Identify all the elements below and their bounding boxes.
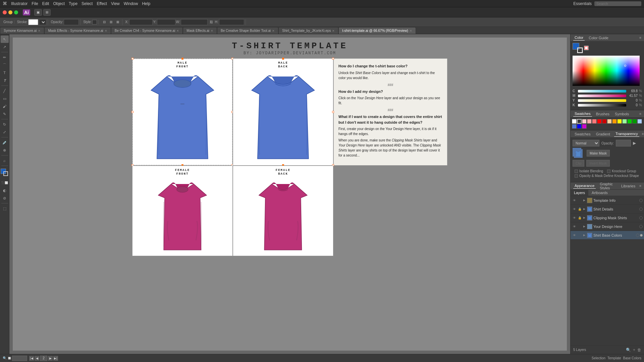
swatch-6[interactable] — [607, 119, 612, 124]
swatch-2[interactable] — [587, 119, 592, 124]
invert-mask-btn[interactable]: Invert Mask — [586, 160, 610, 167]
gradient-btn[interactable]: ◐ — [1, 187, 9, 194]
tab-0[interactable]: Symone Kinnamore.ai ✕ — [0, 27, 44, 34]
opacity-expand[interactable]: ▶ — [633, 141, 636, 145]
direct-select-tool[interactable]: ↗ — [1, 43, 9, 51]
tab-close-2[interactable]: ✕ — [176, 29, 179, 33]
rotate-tool[interactable]: ↻ — [1, 121, 9, 128]
stroke-color-box[interactable] — [3, 171, 8, 176]
tab-symbols[interactable]: Symbols — [613, 111, 630, 117]
align-icon-3[interactable]: ⊠ — [115, 19, 121, 25]
layer-lock-2[interactable]: 🔒 — [578, 216, 582, 220]
swatch-13[interactable] — [572, 124, 577, 129]
swatches-menu[interactable]: ≡ — [639, 112, 641, 116]
color-mode-btn[interactable]: ⬛⬜ — [1, 179, 9, 186]
c-slider[interactable] — [578, 90, 626, 93]
align-icon-2[interactable]: ⊞ — [108, 19, 114, 25]
select-tool[interactable]: ↖ — [1, 36, 9, 43]
opacity-input[interactable]: 100% — [64, 19, 79, 25]
menu-help[interactable]: Help — [142, 1, 150, 6]
layer-base-colors[interactable]: 👁 ▶ Shirt Base Colors — [571, 231, 644, 240]
menu-effect[interactable]: Effect — [97, 1, 107, 6]
menu-illustrator[interactable]: Illustrator — [11, 1, 28, 6]
h-input[interactable]: 536.979 pt — [219, 19, 244, 25]
menu-window[interactable]: Window — [124, 1, 138, 6]
menu-view[interactable]: View — [111, 1, 120, 6]
tab-3[interactable]: Mask Effects.ai ✕ — [183, 27, 217, 34]
artboard-tool[interactable]: ⬚ — [1, 205, 9, 212]
tab-close-0[interactable]: ✕ — [38, 29, 41, 33]
stroke-color[interactable] — [28, 19, 38, 25]
last-page-btn[interactable]: ▶| — [53, 356, 58, 361]
page-number-input[interactable] — [40, 356, 47, 361]
layer-vis-2[interactable]: 👁 — [572, 216, 577, 220]
tab-swatches[interactable]: Swatches — [573, 111, 592, 117]
layer-vis-0[interactable]: 👁 — [572, 198, 577, 203]
layer-vis-3[interactable]: 👁 — [572, 224, 577, 229]
menu-object[interactable]: Object — [53, 1, 65, 6]
app-mode-btn[interactable]: ▣ — [34, 9, 42, 16]
swatch-3[interactable] — [592, 119, 597, 124]
tab-close-1[interactable]: ✕ — [105, 29, 107, 33]
tab-color[interactable]: Color — [573, 35, 585, 41]
line-tool[interactable]: ╱ — [1, 87, 9, 95]
swatch-none[interactable] — [577, 119, 582, 124]
layer-expand-4[interactable]: ▶ — [583, 234, 586, 237]
swatch-14[interactable] — [577, 124, 582, 129]
swatch-10[interactable] — [627, 119, 632, 124]
minimize-button[interactable] — [8, 10, 12, 14]
clip-btn[interactable]: Clip — [573, 160, 584, 167]
layer-vis-1[interactable]: 👁 — [572, 207, 577, 212]
m-slider[interactable] — [578, 95, 626, 97]
layer-template-info[interactable]: 👁 ▶ Template Info — [571, 196, 644, 205]
type-tool[interactable]: T — [1, 69, 9, 76]
brush-tool[interactable]: 🖌 — [1, 103, 9, 110]
app-extra-btn[interactable]: ⊞ — [43, 9, 51, 16]
layers-add-icon[interactable]: + — [633, 348, 635, 352]
apple-menu[interactable]: ⌘ — [3, 1, 7, 6]
tab-4[interactable]: Be Creative Shape Builder Tool.ai ✕ — [217, 27, 278, 34]
tab-brushes[interactable]: Brushes — [595, 111, 611, 117]
swatch-white[interactable] — [572, 119, 577, 124]
tab-libraries[interactable]: Libraries — [620, 183, 637, 189]
stroke-swatch[interactable] — [577, 48, 583, 53]
layer-expand-1[interactable]: ▶ — [583, 207, 586, 211]
tab-color-guide[interactable]: Color Guide — [587, 35, 610, 41]
tab-artboards[interactable]: Artboards — [588, 190, 611, 196]
tab-appearance[interactable]: Appearance — [573, 183, 596, 189]
tab-close-4[interactable]: ✕ — [272, 29, 275, 33]
zoom-input[interactable]: 66.67% — [12, 356, 27, 361]
layer-vis-4[interactable]: 👁 — [572, 233, 577, 238]
tab-close-6[interactable]: ✕ — [410, 29, 412, 33]
close-button[interactable] — [3, 10, 7, 14]
layers-delete-icon[interactable]: 🗑 — [637, 348, 641, 352]
tab-close-5[interactable]: ✕ — [332, 29, 335, 33]
tab-5[interactable]: Shirt_Template_by_JKorteXi.eps ✕ — [278, 27, 338, 34]
knockout-checkbox[interactable] — [607, 170, 610, 173]
swatch-4[interactable] — [597, 119, 602, 124]
lock-ratio-icon[interactable]: ⛓ — [208, 19, 214, 25]
layer-shirt-details[interactable]: 👁 🔒 ▶ Shirt Details — [571, 205, 644, 214]
opacity-mask-checkbox[interactable] — [575, 174, 578, 178]
layer-expand-3[interactable]: ▶ — [583, 225, 586, 228]
zoom-tool[interactable]: ⌕ — [1, 157, 9, 164]
swatch-15[interactable] — [582, 124, 587, 129]
y-input[interactable]: 343 pt — [157, 19, 175, 25]
tab-1[interactable]: Mask Effects - Symone Kinnamore.ai ✕ — [44, 27, 111, 34]
blend-tool[interactable]: ⊕ — [1, 146, 9, 154]
w-input[interactable]: 1187.039 pt — [181, 19, 208, 25]
stroke-select[interactable] — [39, 19, 46, 25]
layer-expand-0[interactable]: ▶ — [583, 199, 586, 202]
tab-gradient[interactable]: Gradient — [595, 131, 611, 137]
rect-tool[interactable]: ▭ — [1, 95, 9, 102]
layer-design-here[interactable]: 👁 ▶ Your Design Here — [571, 222, 644, 231]
layer-lock-0[interactable] — [578, 198, 582, 202]
swatch-8[interactable] — [617, 119, 622, 124]
tab-2[interactable]: Be Creative Ch4 - Symone Kinnamore.ai ✕ — [111, 27, 183, 34]
tab-layers[interactable]: Layers — [571, 190, 588, 196]
blend-mode-select[interactable]: NormalMultiplyScreenOverlay — [573, 140, 599, 146]
tab-6[interactable]: t-shirt-template.ai @ 66.67% (RGB/Previe… — [338, 27, 416, 34]
scale-tool[interactable]: ⤢ — [1, 128, 9, 136]
align-icon-1[interactable]: ⊟ — [101, 19, 107, 25]
k-slider[interactable] — [578, 104, 626, 107]
